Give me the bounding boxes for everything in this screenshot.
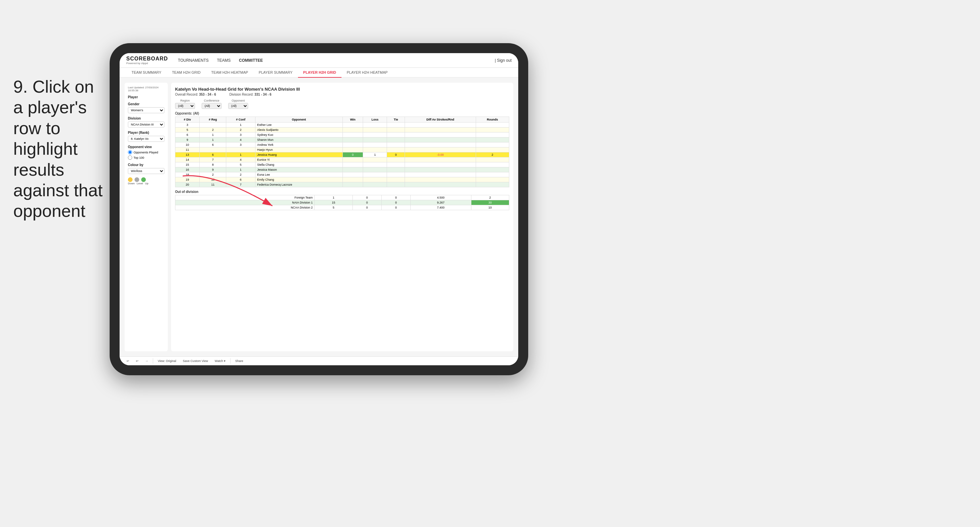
col-reg: # Reg xyxy=(200,117,226,122)
conference-filter-group: Conference (All) xyxy=(202,99,221,109)
radio-opponents-played[interactable]: Opponents Played xyxy=(128,150,164,154)
table-row[interactable]: 11Haejo Hyun xyxy=(175,148,509,152)
out-div-row[interactable]: NAIA Division 115009.26730 xyxy=(175,200,509,205)
legend-up-dot xyxy=(141,177,146,182)
main-content: Last Updated: 27/03/2024 16:55:38 Player… xyxy=(119,78,518,356)
undo-button[interactable]: ↩ xyxy=(124,359,131,363)
table-cell xyxy=(200,148,226,152)
region-filter-select[interactable]: (All) xyxy=(175,103,195,109)
table-cell: Euna Lee xyxy=(256,172,343,177)
table-row[interactable]: 1361Jessica Huang010-3.002 xyxy=(175,152,509,157)
radio-top-100[interactable]: Top 100 xyxy=(128,156,164,160)
nav-tournaments[interactable]: TOURNAMENTS xyxy=(178,58,208,63)
table-row[interactable]: 1691Jessica Mason xyxy=(175,167,509,172)
table-cell: Alexis Sudjianto xyxy=(256,127,343,132)
division-section: Division NCAA Division III xyxy=(128,117,164,127)
toolbar: ↩ ↩ → View: Original Save Custom View Wa… xyxy=(119,356,518,365)
out-div-cell: 2 xyxy=(471,195,509,200)
sign-out-link[interactable]: Sign out xyxy=(497,58,512,63)
out-div-row[interactable]: NCAA Division 25007.40010 xyxy=(175,205,509,210)
table-cell xyxy=(405,182,476,187)
watch-button[interactable]: Watch ▾ xyxy=(213,359,228,363)
division-select[interactable]: NCAA Division III xyxy=(128,122,164,127)
nav-teams[interactable]: TEAMS xyxy=(217,58,231,63)
share-button[interactable]: Share xyxy=(233,359,245,363)
sub-nav-player-summary[interactable]: PLAYER SUMMARY xyxy=(253,68,298,78)
table-cell xyxy=(405,122,476,127)
out-div-cell: 0 xyxy=(381,195,410,200)
table-row[interactable]: 1474Eunice Yi xyxy=(175,157,509,162)
table-cell: 2 xyxy=(200,172,226,177)
table-cell xyxy=(476,132,509,138)
table-row[interactable]: 1063Andrea York xyxy=(175,143,509,148)
table-row[interactable]: 613Sydney Kuo xyxy=(175,132,509,138)
radio-top-100-input[interactable] xyxy=(128,156,132,160)
out-div-cell: 0 xyxy=(352,200,381,205)
sub-nav: TEAM SUMMARY TEAM H2H GRID TEAM H2H HEAT… xyxy=(119,68,518,78)
player-rank-label: Player (Rank) xyxy=(128,131,164,135)
table-cell: 0 xyxy=(342,152,363,157)
gender-section: Gender Women's xyxy=(128,102,164,113)
gender-label: Gender xyxy=(128,102,164,106)
out-div-cell: 15 xyxy=(315,200,352,205)
redo-button[interactable]: ↩ xyxy=(134,359,140,363)
table-cell: 1 xyxy=(226,122,256,127)
sub-nav-team-h2h-grid[interactable]: TEAM H2H GRID xyxy=(167,68,206,78)
last-updated: Last Updated: 27/03/2024 16:55:38 xyxy=(128,86,164,92)
annotation-content: 9. Click on a player's row to highlight … xyxy=(13,77,103,221)
table-row[interactable]: 522Alexis Sudjianto xyxy=(175,127,509,132)
color-labels: Down Level Up xyxy=(128,182,164,185)
table-cell: 10 xyxy=(175,143,200,148)
table-cell xyxy=(342,127,363,132)
table-row[interactable]: 19106Emily Chang xyxy=(175,177,509,182)
table-cell xyxy=(405,148,476,152)
forward-button[interactable]: → xyxy=(143,359,150,363)
toolbar-divider-1 xyxy=(153,358,153,364)
colour-by-section: Colour by Win/loss xyxy=(128,163,164,174)
table-row[interactable]: 1822Euna Lee xyxy=(175,172,509,177)
table-cell xyxy=(342,167,363,172)
table-row[interactable]: 914Sharon Mun xyxy=(175,138,509,143)
table-cell xyxy=(387,167,405,172)
table-cell: Andrea York xyxy=(256,143,343,148)
out-div-row[interactable]: Foreign Team1004.5002 xyxy=(175,195,509,200)
table-cell xyxy=(476,177,509,182)
table-cell xyxy=(363,132,387,138)
table-cell xyxy=(476,157,509,162)
table-cell: 1 xyxy=(226,152,256,157)
nav-committee[interactable]: COMMITTEE xyxy=(239,58,263,63)
right-panel: Katelyn Vo Head-to-Head Grid for Women's… xyxy=(171,83,513,351)
table-cell: 14 xyxy=(175,157,200,162)
player-rank-section: Player (Rank) 8. Katelyn Vo xyxy=(128,131,164,142)
col-rounds: Rounds xyxy=(476,117,509,122)
sub-nav-team-summary[interactable]: TEAM SUMMARY xyxy=(126,68,167,78)
table-row[interactable]: 31Esther Lee xyxy=(175,122,509,127)
out-of-division-label: Out of division xyxy=(175,190,509,194)
opponent-filter-select[interactable]: (All) xyxy=(228,103,248,109)
left-panel: Last Updated: 27/03/2024 16:55:38 Player… xyxy=(124,83,168,351)
table-row[interactable]: 20117Federica Domecq Lacroze xyxy=(175,182,509,187)
save-custom-button[interactable]: Save Custom View xyxy=(181,359,210,363)
opponent-filter-label: Opponent xyxy=(228,99,248,102)
out-of-division-table: Foreign Team1004.5002NAIA Division 11500… xyxy=(175,195,509,210)
colour-by-label: Colour by xyxy=(128,163,164,167)
gender-select[interactable]: Women's xyxy=(128,107,164,113)
radio-opponents-played-input[interactable] xyxy=(128,150,132,154)
table-row[interactable]: 1585Stella Chang xyxy=(175,162,509,167)
sub-nav-player-h2h-grid[interactable]: PLAYER H2H GRID xyxy=(298,68,342,78)
sub-nav-team-h2h-heatmap[interactable]: TEAM H2H HEATMAP xyxy=(206,68,253,78)
logo: SCOREBOARD Powered by clippd xyxy=(126,56,168,65)
colour-by-select[interactable]: Win/loss xyxy=(128,168,164,174)
conference-filter-select[interactable]: (All) xyxy=(202,103,221,109)
player-rank-select[interactable]: 8. Katelyn Vo xyxy=(128,136,164,142)
out-div-cell: 0 xyxy=(381,205,410,210)
view-original-button[interactable]: View: Original xyxy=(156,359,178,363)
table-cell: 5 xyxy=(226,162,256,167)
table-cell xyxy=(387,138,405,143)
sub-nav-player-h2h-heatmap[interactable]: PLAYER H2H HEATMAP xyxy=(342,68,393,78)
col-tie: Tie xyxy=(387,117,405,122)
table-cell xyxy=(342,148,363,152)
table-cell: 6 xyxy=(226,177,256,182)
out-div-cell: 0 xyxy=(381,200,410,205)
table-cell: 5 xyxy=(175,127,200,132)
